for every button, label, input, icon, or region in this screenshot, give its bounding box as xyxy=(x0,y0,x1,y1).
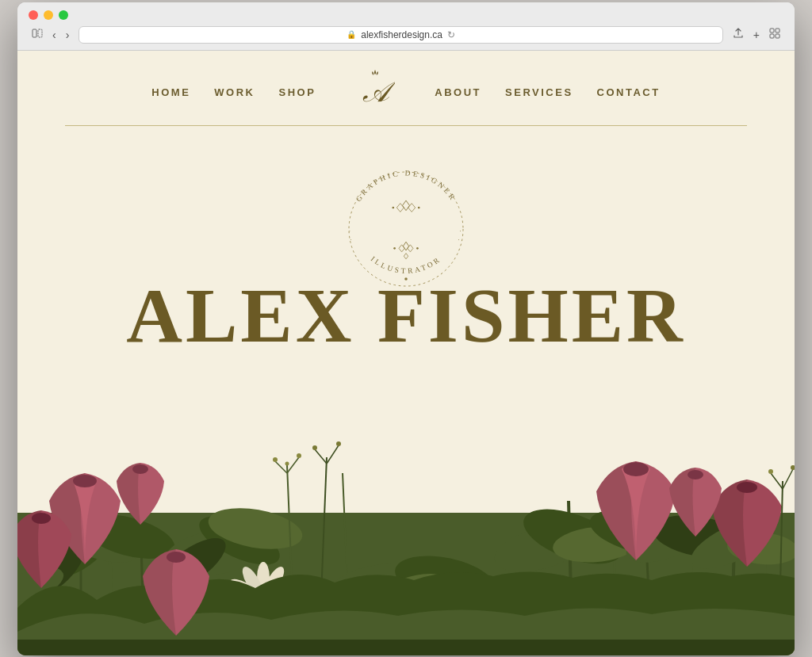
svg-text:·: · xyxy=(460,227,462,234)
share-button[interactable] xyxy=(730,26,747,43)
nav-left: HOME WORK SHOP xyxy=(151,86,316,98)
svg-point-47 xyxy=(273,457,278,462)
svg-point-70 xyxy=(737,482,757,493)
nav-services[interactable]: SERVICES xyxy=(505,86,573,98)
nav-work[interactable]: WORK xyxy=(214,86,255,98)
svg-rect-4 xyxy=(770,34,774,38)
main-nav: HOME WORK SHOP 𝒜 ABOUT SERVICES CONTACT xyxy=(17,51,795,117)
nav-right: ABOUT SERVICES CONTACT xyxy=(435,86,660,98)
browser-chrome: ‹ › 🔒 alexfisherdesign.ca ↻ + xyxy=(17,2,795,51)
browser-window: ‹ › 🔒 alexfisherdesign.ca ↻ + xyxy=(17,2,795,655)
svg-line-51 xyxy=(327,445,339,464)
svg-point-19 xyxy=(393,246,396,249)
nav-logo[interactable]: 𝒜 xyxy=(355,68,395,117)
svg-point-20 xyxy=(416,246,419,249)
lock-icon: 🔒 xyxy=(347,30,356,39)
svg-point-35 xyxy=(73,475,97,487)
browser-toolbar: ‹ › 🔒 alexfisherdesign.ca ↻ + xyxy=(29,26,783,50)
svg-text:·: · xyxy=(458,237,460,243)
svg-point-52 xyxy=(312,445,317,450)
svg-point-37 xyxy=(132,464,148,474)
svg-point-36 xyxy=(32,513,51,524)
url-text: alexfisherdesign.ca xyxy=(361,29,442,40)
svg-marker-18 xyxy=(404,253,408,258)
svg-line-46 xyxy=(287,457,299,473)
svg-line-74 xyxy=(783,469,793,489)
svg-rect-150 xyxy=(17,640,795,655)
svg-point-48 xyxy=(297,453,301,458)
svg-line-50 xyxy=(315,449,327,464)
nav-about[interactable]: ABOUT xyxy=(435,86,481,98)
svg-point-14 xyxy=(418,206,420,208)
new-tab-button[interactable]: + xyxy=(750,26,763,43)
sidebar-toggle-button[interactable] xyxy=(29,26,46,43)
svg-rect-2 xyxy=(770,29,774,32)
svg-point-13 xyxy=(392,206,394,208)
svg-rect-5 xyxy=(776,34,779,38)
svg-point-71 xyxy=(688,470,703,479)
maximize-button[interactable] xyxy=(59,10,68,20)
svg-point-76 xyxy=(791,465,795,470)
extensions-button[interactable] xyxy=(766,26,783,43)
svg-text:·: · xyxy=(349,227,350,234)
nav-contact[interactable]: CONTACT xyxy=(597,86,661,98)
svg-point-151 xyxy=(167,552,186,563)
close-button[interactable] xyxy=(29,10,38,20)
floral-illustration xyxy=(17,370,795,655)
svg-text:𝒜: 𝒜 xyxy=(362,76,396,108)
reload-icon: ↻ xyxy=(447,29,455,40)
svg-point-53 xyxy=(336,441,341,446)
minimize-button[interactable] xyxy=(44,10,53,20)
toolbar-right-buttons: + xyxy=(730,26,783,43)
back-button[interactable]: ‹ xyxy=(49,27,59,43)
hero-section: GRAPHIC DESIGNER ILLUSTRATOR xyxy=(17,126,795,354)
hero-title: ALEX FISHER xyxy=(126,277,686,354)
svg-point-69 xyxy=(623,462,649,476)
svg-rect-0 xyxy=(33,29,36,37)
traffic-lights xyxy=(29,10,783,20)
svg-point-75 xyxy=(768,469,773,474)
svg-text:GRAPHIC DESIGNER: GRAPHIC DESIGNER xyxy=(354,169,458,203)
website-content: HOME WORK SHOP 𝒜 ABOUT SERVICES CONTACT xyxy=(17,51,795,655)
svg-rect-1 xyxy=(38,29,42,37)
svg-marker-10 xyxy=(403,201,410,211)
forward-button[interactable]: › xyxy=(63,27,73,43)
svg-point-49 xyxy=(285,461,289,465)
svg-text:ILLUSTRATOR: ILLUSTRATOR xyxy=(370,254,442,274)
nav-buttons: ‹ › xyxy=(29,26,72,43)
nav-home[interactable]: HOME xyxy=(151,86,190,98)
nav-shop[interactable]: SHOP xyxy=(279,86,316,98)
svg-rect-3 xyxy=(776,29,779,32)
address-bar[interactable]: 🔒 alexfisherdesign.ca ↻ xyxy=(79,26,722,44)
svg-line-73 xyxy=(771,473,783,489)
svg-text:·: · xyxy=(350,237,352,243)
